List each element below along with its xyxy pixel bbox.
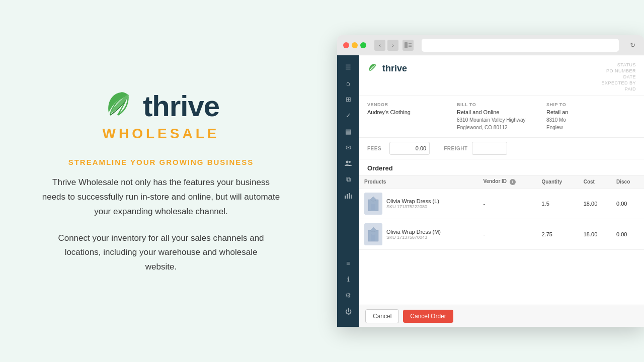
left-panel: thrive WHOLESALE STREAMLINE YOUR GROWING… [0, 0, 322, 362]
maximize-button[interactable] [360, 42, 366, 48]
ship-to-address2: Englew [546, 125, 563, 130]
cost-1: 18.00 [579, 188, 611, 219]
logo-container: thrive WHOLESALE [103, 87, 220, 142]
fees-label: FEES [367, 146, 381, 151]
freight-label: FREIGHT [444, 146, 467, 151]
ship-to-name: Retail an [546, 109, 636, 115]
browser-window: ‹ › ↻ ☰ ⌂ ⊞ ✓ ▤ ✉ [337, 35, 644, 327]
sidebar-settings-icon[interactable]: ⚙ [339, 288, 357, 303]
leaf-icon [103, 87, 138, 125]
app-main-content: thrive STATUS PO NUMBER DATE EX [359, 55, 644, 327]
address-bar[interactable] [422, 39, 619, 52]
vendor-id-1: - [478, 188, 536, 219]
products-table: Products Vendor ID i Quantity [359, 175, 644, 250]
close-button[interactable] [343, 42, 349, 48]
col-cost: Cost [579, 175, 611, 189]
vendor-section: VENDOR Audrey's Clothing BILL TO Retail … [359, 96, 644, 138]
product-info-2: Olivia Wrap Dress (M) SKU 171375670043 [386, 229, 441, 240]
right-panel: ‹ › ↻ ☰ ⌂ ⊞ ✓ ▤ ✉ [322, 0, 644, 362]
po-number-row: PO NUMBER [606, 68, 636, 73]
sidebar-check-icon[interactable]: ✓ [339, 108, 357, 123]
table-header-row: Products Vendor ID i Quantity [359, 175, 644, 189]
description-1: Thrive Wholesale not only has the featur… [40, 175, 282, 219]
sidebar-menu-icon[interactable]: ☰ [339, 59, 357, 74]
app-logo-text: thrive [382, 63, 407, 74]
sidebar-list-icon[interactable]: ≡ [339, 255, 357, 270]
vendor-col: VENDOR Audrey's Clothing [367, 102, 457, 131]
logo-wholesale-text: WHOLESALE [103, 126, 220, 142]
app-logo: thrive [367, 62, 407, 74]
minimize-button[interactable] [352, 42, 358, 48]
logo-thrive-text: thrive [143, 92, 219, 121]
ship-to-address1: 8310 Mo [546, 117, 566, 123]
bill-to-address2: Englewood, CO 80112 [457, 125, 508, 130]
nav-arrows: ‹ › [374, 40, 398, 51]
svg-point-5 [349, 161, 351, 163]
svg-rect-9 [351, 195, 352, 199]
sidebar-info-icon[interactable]: ℹ [339, 272, 357, 287]
ship-to-col: SHIP TO Retail an 8310 Mo Englew [546, 102, 636, 131]
col-quantity: Quantity [536, 175, 578, 189]
logo-row: thrive [103, 87, 219, 125]
col-discount: Disco [611, 175, 644, 189]
product-name-2: Olivia Wrap Dress (M) [386, 229, 441, 235]
quantity-2: 2.75 [536, 219, 578, 249]
sidebar-grid-icon[interactable]: ⊞ [339, 92, 357, 107]
product-sku-2: SKU 171375670043 [386, 235, 441, 240]
po-paid-label: PAID [625, 86, 636, 92]
svg-rect-0 [405, 42, 408, 48]
svg-point-4 [346, 161, 349, 163]
po-expected-label: EXPECTED BY [601, 80, 636, 85]
product-name-1: Olivia Wrap Dress (L) [386, 198, 439, 204]
cancel-order-button[interactable]: Cancel Order [403, 310, 453, 323]
po-number-label: PO NUMBER [606, 68, 636, 73]
app-sidebar: ☰ ⌂ ⊞ ✓ ▤ ✉ ⧉ [337, 55, 359, 327]
sidebar-copy-icon[interactable]: ⧉ [339, 172, 357, 187]
col-vendor-id: Vendor ID i [478, 175, 536, 189]
product-row-1: Olivia Wrap Dress (L) SKU 171375222080 [364, 193, 473, 215]
bill-to-name: Retail and Online [457, 109, 546, 115]
po-meta: STATUS PO NUMBER DATE EXPECTED BY PAID [601, 62, 636, 92]
table-row: Olivia Wrap Dress (M) SKU 171375670043 - [359, 219, 644, 249]
tagline: STREAMLINE YOUR GROWING BUSINESS [68, 158, 254, 166]
freight-input[interactable] [472, 142, 507, 155]
svg-rect-8 [349, 193, 350, 199]
discount-2: 0.00 [611, 219, 644, 249]
po-header: thrive STATUS PO NUMBER DATE EX [359, 55, 644, 96]
product-cell-1: Olivia Wrap Dress (L) SKU 171375222080 [359, 188, 478, 219]
back-button[interactable]: ‹ [374, 40, 385, 51]
sidebar-mail-icon[interactable]: ✉ [339, 140, 357, 155]
fees-input[interactable] [389, 142, 430, 155]
svg-rect-1 [409, 43, 412, 44]
po-status-label: STATUS [617, 62, 636, 67]
sidebar-document-icon[interactable]: ▤ [339, 124, 357, 139]
bill-to-address1: 8310 Mountain Valley Highway [457, 117, 526, 123]
sidebar-home-icon[interactable]: ⌂ [339, 75, 357, 90]
sidebar-chart-icon[interactable] [339, 188, 357, 203]
product-row-2: Olivia Wrap Dress (M) SKU 171375670043 [364, 223, 473, 245]
ship-to-label: SHIP TO [546, 102, 636, 107]
sidebar-power-icon[interactable]: ⏻ [339, 304, 357, 319]
traffic-lights [343, 42, 366, 48]
fees-row: FEES FREIGHT [359, 138, 644, 159]
po-expected-row: EXPECTED BY [601, 80, 636, 85]
vendor-name: Audrey's Clothing [367, 109, 457, 115]
po-date-label: DATE [623, 74, 636, 79]
cost-2: 18.00 [579, 219, 611, 249]
forward-button[interactable]: › [387, 40, 398, 51]
refresh-button[interactable]: ↻ [627, 40, 638, 51]
sidebar-toggle-button[interactable] [403, 40, 414, 51]
bill-to-label: BILL TO [457, 102, 546, 107]
ordered-title: Ordered [359, 159, 644, 175]
ordered-section: Ordered Products Vendor ID i [359, 159, 644, 305]
po-status-row: STATUS [617, 62, 636, 67]
description-2: Connect your inventory for all your sale… [55, 231, 267, 275]
svg-rect-6 [345, 196, 346, 199]
sidebar-users-icon[interactable] [339, 156, 357, 171]
browser-content: ☰ ⌂ ⊞ ✓ ▤ ✉ ⧉ [337, 55, 644, 327]
vendor-label: VENDOR [367, 102, 457, 107]
svg-rect-2 [409, 45, 412, 46]
product-sku-1: SKU 171375222080 [386, 204, 439, 209]
bill-to-address: 8310 Mountain Valley Highway Englewood, … [457, 116, 546, 131]
cancel-button[interactable]: Cancel [365, 309, 399, 323]
